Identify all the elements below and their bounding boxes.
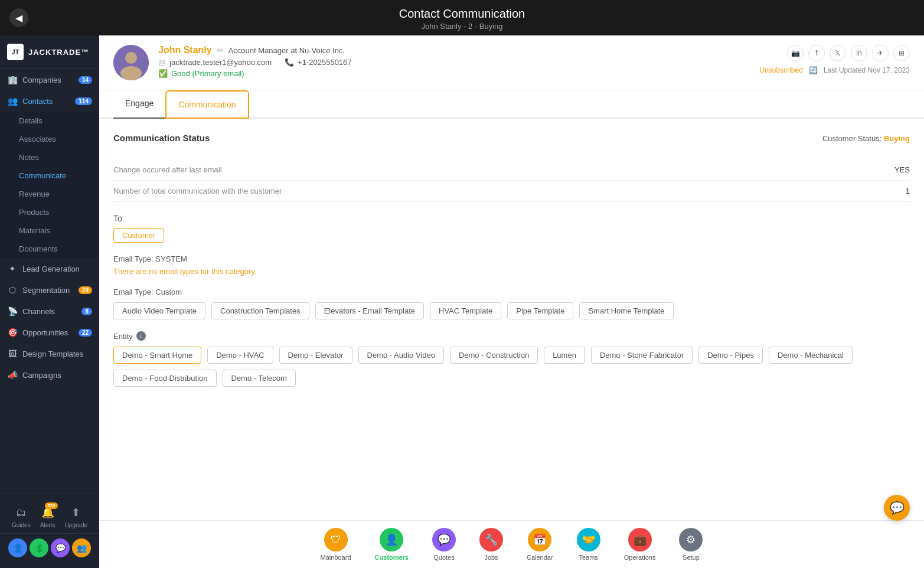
entity-chip-3[interactable]: Demo - Audio Video [358, 347, 444, 364]
sidebar-nav: 🏢 Companies 14 👥 Contacts 114 Details As… [0, 69, 99, 494]
unsubscribe-button[interactable]: Unsubscribed [760, 66, 803, 74]
sidebar-item-design-templates[interactable]: 🖼 Design Templates [0, 343, 99, 364]
nav-mainboard[interactable]: 🛡 Mainboard [309, 525, 363, 563]
sidebar-item-materials[interactable]: Materials [12, 221, 99, 240]
back-button[interactable]: ◀ [9, 8, 28, 27]
sidebar-item-documents[interactable]: Documents [12, 240, 99, 258]
grid-icon[interactable]: ⊞ [893, 45, 910, 61]
entity-chip-1[interactable]: Demo - HVAC [207, 347, 273, 364]
bottom-nav: 🛡 Mainboard 👤 Customers 💬 Quotes 🔧 Jobs … [99, 520, 924, 568]
no-email-category: this category. [211, 267, 256, 276]
entity-section: Entity i Demo - Smart Home Demo - HVAC D… [113, 331, 910, 387]
entity-chip-8[interactable]: Demo - Mechanical [769, 347, 853, 364]
customer-tag[interactable]: Customer [113, 228, 164, 243]
sidebar-label-contacts: Contacts [22, 97, 53, 106]
contact-header-left: John Stanly ✏ Account Manager at Nu-Voic… [113, 45, 352, 80]
sidebar-item-lead-generation[interactable]: ✦ Lead Generation [0, 258, 99, 279]
contact-email-row: @ jacktrade.tester1@yahoo.com 📞 +1-20255… [158, 58, 352, 67]
contact-email: jacktrade.tester1@yahoo.com [169, 58, 272, 67]
sidebar-logo[interactable]: JT JACKTRADE™ [0, 35, 99, 69]
sidebar-item-communicate[interactable]: Communicate [12, 167, 99, 185]
status-label-1: Number of total communication with the c… [113, 187, 282, 195]
main-content: Communication Status Customer Status: Bu… [99, 119, 924, 520]
sidebar-item-revenue[interactable]: Revenue [12, 185, 99, 203]
guides-icon: 🗂 [14, 505, 29, 520]
channels-badge: 8 [81, 308, 92, 315]
profile-icon-1[interactable]: 👤 [8, 538, 27, 557]
template-chip-3[interactable]: HVAC Template [430, 302, 501, 319]
customer-status-value: Buying [884, 134, 910, 143]
entity-chip-10[interactable]: Demo - Telecom [223, 370, 296, 387]
template-chip-2[interactable]: Elevators - Email Template [315, 302, 424, 319]
nav-quotes[interactable]: 💬 Quotes [420, 525, 468, 563]
template-chip-0[interactable]: Audio Video Template [113, 302, 205, 319]
nav-calendar[interactable]: 📅 Calendar [515, 525, 565, 563]
sidebar-label-segmentation: Segmentation [22, 286, 70, 295]
contact-avatar [113, 45, 149, 80]
guides-button[interactable]: 🗂 Guides [12, 505, 31, 528]
tab-communication[interactable]: Communication [165, 90, 249, 119]
sidebar-item-products[interactable]: Products [12, 203, 99, 221]
sidebar-item-associates[interactable]: Associates [12, 130, 99, 148]
upgrade-button[interactable]: ⬆ Upgrade [65, 505, 87, 528]
operations-icon: 💼 [628, 528, 652, 551]
sidebar-item-companies[interactable]: 🏢 Companies 14 [0, 69, 99, 90]
sidebar-item-campaigns[interactable]: 📣 Campaigns [0, 364, 99, 386]
logo-icon: JT [7, 44, 24, 60]
sidebar-item-details[interactable]: Details [12, 112, 99, 130]
nav-jobs[interactable]: 🔧 Jobs [468, 525, 515, 563]
entity-chip-2[interactable]: Demo - Elevator [279, 347, 352, 364]
instagram-icon[interactable]: 📷 [787, 45, 804, 61]
entity-chips-row: Demo - Smart Home Demo - HVAC Demo - Ele… [113, 347, 910, 364]
profile-icons: 👤 💲 💬 👥 [0, 533, 99, 562]
to-section: To Customer [113, 214, 910, 243]
status-value-1: 1 [906, 187, 910, 195]
telegram-icon[interactable]: ✈ [872, 45, 889, 61]
opportunities-badge: 22 [79, 329, 92, 337]
nav-operations[interactable]: 💼 Operations [612, 525, 668, 563]
entity-chip-4[interactable]: Demo - Construction [450, 347, 538, 364]
sidebar-label-channels: Channels [22, 307, 55, 316]
float-chat-button[interactable]: 💬 [884, 495, 910, 521]
sidebar-label-design-templates: Design Templates [22, 350, 83, 358]
facebook-icon[interactable]: f [808, 45, 825, 61]
sidebar-item-opportunities[interactable]: 🎯 Opportunities 22 [0, 322, 99, 343]
sidebar-item-segmentation[interactable]: ⬡ Segmentation 29 [0, 279, 99, 301]
nav-customers[interactable]: 👤 Customers [363, 525, 420, 563]
profile-icon-2[interactable]: 💲 [30, 538, 48, 557]
sidebar-item-notes[interactable]: Notes [12, 148, 99, 167]
template-chips-row: Audio Video Template Construction Templa… [113, 302, 910, 319]
template-chip-4[interactable]: Pipe Template [507, 302, 573, 319]
nav-setup[interactable]: ⚙ Setup [667, 525, 714, 563]
profile-icon-3[interactable]: 💬 [51, 538, 70, 557]
entity-chip-6[interactable]: Demo - Stone Fabricator [591, 347, 693, 364]
entity-chip-5[interactable]: Lumen [544, 347, 585, 364]
profile-icon-4[interactable]: 👥 [72, 538, 91, 557]
jobs-icon: 🔧 [479, 528, 503, 551]
edit-icon[interactable]: ✏ [217, 45, 224, 55]
top-header: ◀ Contact Communication John Stanly - 2 … [0, 0, 924, 35]
unsub-row: Unsubscribed 🔄 Last Updated Nov 17, 2023 [760, 66, 910, 74]
sidebar-item-channels[interactable]: 📡 Channels 8 [0, 301, 99, 322]
sidebar-item-contacts[interactable]: 👥 Contacts 114 [0, 90, 99, 112]
customer-status: Customer Status: Buying [822, 134, 910, 143]
entity-chip-9[interactable]: Demo - Food Distribution [113, 370, 217, 387]
entity-chip-0[interactable]: Demo - Smart Home [113, 347, 201, 364]
alerts-button[interactable]: 🔔 222 Alerts [40, 505, 55, 528]
sidebar-bottom-icons: 🗂 Guides 🔔 222 Alerts ⬆ Upgrade [0, 500, 99, 533]
tab-engage[interactable]: Engage [113, 90, 165, 119]
entity-chip-7[interactable]: Demo - Pipes [698, 347, 763, 364]
communication-status-title: Communication Status [113, 133, 210, 143]
template-chip-5[interactable]: Smart Home Template [579, 302, 673, 319]
nav-teams[interactable]: 🤝 Teams [565, 525, 612, 563]
nav-teams-label: Teams [579, 554, 598, 561]
linkedin-icon[interactable]: in [851, 45, 867, 61]
template-chip-1[interactable]: Construction Templates [211, 302, 309, 319]
twitter-icon[interactable]: 𝕏 [830, 45, 846, 61]
contact-status-row: ✅ Good (Primary email) [158, 69, 352, 78]
channels-icon: 📡 [7, 306, 18, 316]
companies-badge: 14 [79, 76, 92, 84]
sidebar-sub-menu: Details Associates Notes Communicate Rev… [0, 112, 99, 258]
content-area: John Stanly ✏ Account Manager at Nu-Voic… [99, 35, 924, 568]
lead-gen-icon: ✦ [7, 264, 18, 273]
